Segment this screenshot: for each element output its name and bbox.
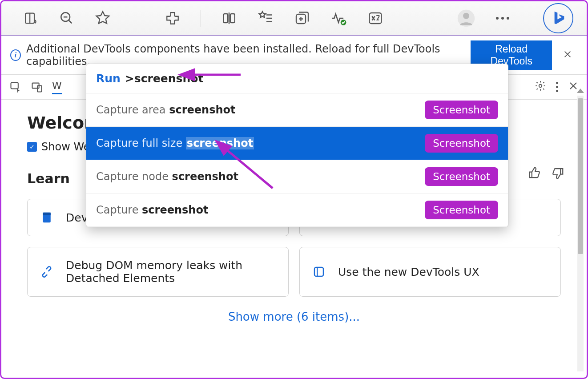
book-icon — [40, 211, 53, 224]
svg-rect-11 — [37, 85, 41, 92]
command-item-label: Capture area screenshot — [96, 104, 236, 116]
svg-rect-2 — [223, 14, 228, 23]
command-menu-item[interactable]: Capture screenshotScreenshot — [86, 194, 508, 227]
command-menu-input[interactable]: Run >screenshot — [86, 64, 508, 93]
svg-rect-6 — [370, 13, 382, 24]
scroll-up-arrow-icon[interactable] — [577, 89, 584, 93]
device-toggle-icon[interactable] — [31, 81, 43, 93]
bing-chat-icon[interactable] — [543, 3, 573, 33]
svg-rect-9 — [11, 82, 18, 89]
svg-rect-3 — [230, 14, 235, 23]
inspect-element-icon[interactable] — [9, 81, 22, 93]
favorite-star-icon[interactable] — [95, 10, 111, 26]
command-item-badge: Screenshot — [425, 201, 498, 219]
split-screen-icon[interactable] — [222, 11, 237, 26]
more-menu-icon[interactable] — [496, 17, 509, 20]
tab-welcome-partial[interactable]: W — [52, 80, 62, 94]
command-item-label: Capture node screenshot — [96, 170, 238, 183]
close-banner-icon[interactable] — [557, 47, 578, 64]
svg-rect-15 — [314, 267, 323, 276]
card-new-ux[interactable]: Use the new DevTools UX — [299, 247, 561, 297]
math-solver-icon[interactable] — [367, 10, 383, 26]
command-menu-item[interactable]: Capture full size screenshotScreenshot — [86, 127, 508, 160]
collections-icon[interactable] — [294, 10, 310, 26]
thumbs-up-icon[interactable] — [528, 166, 541, 182]
card-memory-leaks[interactable]: Debug DOM memory leaks with Detached Ele… — [27, 247, 289, 297]
checkbox-icon[interactable]: ✓ — [27, 142, 37, 152]
command-menu-item[interactable]: Capture node screenshotScreenshot — [86, 160, 508, 194]
card-label: Debug DOM memory leaks with Detached Ele… — [66, 259, 276, 285]
command-item-badge: Screenshot — [425, 167, 498, 186]
kebab-menu-icon[interactable] — [556, 82, 558, 92]
command-menu: Run >screenshot Capture area screenshotS… — [86, 64, 508, 227]
command-item-label: Capture screenshot — [96, 204, 208, 216]
svg-rect-14 — [43, 213, 51, 215]
svg-point-8 — [463, 13, 469, 19]
scrollbar[interactable] — [577, 96, 584, 371]
toolbar-divider — [201, 10, 201, 27]
show-more-link[interactable]: Show more (6 items)... — [27, 310, 561, 323]
command-item-badge: Screenshot — [425, 101, 498, 119]
zoom-out-icon[interactable] — [59, 11, 74, 26]
read-aloud-icon[interactable] — [24, 11, 39, 26]
thumbs-down-icon[interactable] — [551, 166, 564, 182]
performance-icon[interactable] — [330, 10, 347, 27]
feedback-icons — [528, 166, 564, 182]
browser-toolbar — [1, 1, 587, 36]
svg-point-12 — [539, 85, 542, 88]
checkbox-label: Show Wel — [41, 141, 93, 153]
command-item-badge: Screenshot — [425, 134, 498, 153]
panel-icon — [312, 265, 326, 278]
command-item-label: Capture full size screenshot — [96, 137, 254, 149]
extensions-icon[interactable] — [165, 11, 180, 26]
info-icon: i — [10, 49, 21, 61]
favorites-list-icon[interactable] — [257, 10, 273, 26]
command-menu-item[interactable]: Capture area screenshotScreenshot — [86, 93, 508, 127]
run-query: >screenshot — [125, 72, 204, 85]
profile-avatar-icon[interactable] — [457, 9, 475, 28]
settings-gear-icon[interactable] — [535, 80, 546, 94]
link-break-icon — [40, 265, 53, 278]
run-prefix: Run — [96, 72, 121, 85]
card-label: Use the new DevTools UX — [338, 266, 479, 278]
